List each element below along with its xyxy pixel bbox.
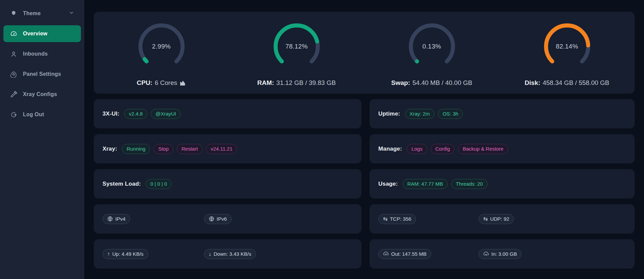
dashboard-gauge-icon [10, 30, 17, 37]
sidebar-item-theme[interactable]: Theme [3, 5, 81, 22]
ram-gauge: 78.12% [271, 21, 322, 72]
xray-label: Xray: [103, 146, 117, 152]
config-button[interactable]: Config [431, 144, 455, 154]
system-load-badge: 0 | 0 | 0 [146, 179, 172, 189]
xui-dashboard: Theme Overview Inbounds Panel Settings [0, 0, 644, 279]
disk-gauge: 82.14% [542, 21, 592, 72]
xray-restart-button[interactable]: Restart [177, 144, 202, 154]
tcp-count-badge: ⇆ TCP: 356 [378, 214, 416, 224]
traffic-in-badge: In: 3.00 GB [478, 249, 522, 259]
cpu-chart-icon [179, 79, 186, 86]
sidebar-item-logout[interactable]: Log Out [3, 106, 81, 123]
main-content: 2.99% CPU: 6 Cores 78.12% [84, 0, 644, 279]
sidebar-item-xray-configs[interactable]: Xray Configs [3, 86, 81, 103]
uptime-os-badge: OS: 3h [438, 109, 463, 119]
usage-ram-badge: RAM: 47.77 MB [403, 179, 448, 189]
ip-card: IPv4 IPv6 [94, 204, 361, 234]
swap-arrows-icon: ⇆ [383, 216, 387, 222]
swap-label: Swap: 54.40 MB / 40.00 GB [391, 79, 472, 87]
ram-label: RAM: 31.12 GB / 39.83 GB [257, 79, 336, 87]
traffic-card: Out: 147.55 MB In: 3.00 GB [370, 239, 635, 269]
manage-label: Manage: [378, 146, 402, 152]
xui-version-card: 3X-UI: v2.4.8 @XrayUI [94, 99, 361, 128]
sidebar-item-label: Theme [23, 10, 69, 17]
swap-gauge: 0.13% [407, 21, 457, 72]
sidebar: Theme Overview Inbounds Panel Settings [0, 0, 84, 279]
swap-arrows-icon: ⇆ [483, 216, 488, 222]
manage-card: Manage: Logs Config Backup & Restore [370, 134, 635, 163]
sidebar-item-label: Log Out [23, 112, 74, 118]
ipv4-badge: IPv4 [103, 214, 130, 224]
usage-label: Usage: [378, 181, 398, 187]
logs-button[interactable]: Logs [407, 144, 427, 154]
speed-card: ↑ Up: 4.49 KB/s ↓ Down: 3.43 KB/s [94, 239, 361, 269]
disk-gauge-block: 82.14% Disk: 458.34 GB / 558.00 GB [499, 21, 635, 87]
udp-count-badge: ⇆ UDP: 92 [478, 214, 514, 224]
sidebar-item-label: Overview [23, 31, 74, 37]
usage-card: Usage: RAM: 47.77 MB Threads: 20 [370, 169, 635, 198]
xray-status-badge: Running [122, 144, 150, 154]
xray-version-badge[interactable]: v24.11.21 [206, 144, 237, 154]
backup-restore-button[interactable]: Backup & Restore [458, 144, 508, 154]
connections-card: ⇆ TCP: 356 ⇆ UDP: 92 [370, 204, 635, 234]
uptime-xray-badge: Xray: 2m [405, 109, 435, 119]
traffic-out-badge: Out: 147.55 MB [378, 249, 431, 259]
globe-icon [209, 216, 214, 222]
disk-percent: 82.14% [542, 21, 592, 72]
xui-version-badge[interactable]: v2.4.8 [124, 109, 147, 119]
uptime-card: Uptime: Xray: 2m OS: 3h [370, 99, 635, 128]
cpu-percent: 2.99% [136, 21, 187, 72]
arrow-up-icon: ↑ [107, 251, 110, 257]
arrow-down-icon: ↓ [209, 251, 211, 257]
user-icon [10, 51, 17, 58]
swap-percent: 0.13% [407, 21, 457, 72]
cloud-upload-icon [383, 251, 389, 257]
ipv6-badge: IPv6 [204, 214, 232, 224]
cpu-gauge-block: 2.99% CPU: 6 Cores [94, 21, 229, 87]
swap-gauge-block: 0.13% Swap: 54.40 MB / 40.00 GB [364, 21, 499, 87]
sidebar-item-inbounds[interactable]: Inbounds [3, 45, 81, 62]
ram-gauge-block: 78.12% RAM: 31.12 GB / 39.83 GB [229, 21, 364, 87]
upload-speed-badge: ↑ Up: 4.49 KB/s [103, 249, 148, 259]
xray-status-card: Xray: Running Stop Restart v24.11.21 [94, 134, 361, 163]
sidebar-item-panel-settings[interactable]: Panel Settings [3, 66, 81, 83]
xui-label: 3X-UI: [103, 111, 119, 117]
system-load-label: System Load: [103, 181, 141, 187]
wrench-icon [10, 91, 17, 98]
sidebar-item-overview[interactable]: Overview [3, 25, 81, 42]
gear-icon [10, 71, 17, 78]
disk-label: Disk: 458.34 GB / 558.00 GB [525, 79, 609, 87]
globe-icon [107, 216, 113, 222]
lightbulb-icon [10, 10, 17, 17]
cloud-download-icon [483, 251, 489, 257]
cpu-gauge: 2.99% [136, 21, 187, 72]
download-speed-badge: ↓ Down: 3.43 KB/s [204, 249, 256, 259]
xui-telegram-badge[interactable]: @XrayUI [151, 109, 181, 119]
uptime-label: Uptime: [378, 111, 400, 117]
sidebar-item-label: Xray Configs [23, 91, 74, 97]
chevron-down-icon [69, 10, 74, 17]
xray-stop-button[interactable]: Stop [153, 144, 173, 154]
ram-percent: 78.12% [271, 21, 322, 72]
sidebar-item-label: Panel Settings [23, 71, 74, 77]
cpu-label: CPU: 6 Cores [137, 79, 186, 87]
system-gauges-card: 2.99% CPU: 6 Cores 78.12% [94, 12, 635, 94]
sidebar-item-label: Inbounds [23, 51, 74, 57]
logout-icon [10, 111, 17, 118]
usage-threads-badge: Threads: 20 [451, 179, 488, 189]
system-load-card: System Load: 0 | 0 | 0 [94, 169, 361, 198]
